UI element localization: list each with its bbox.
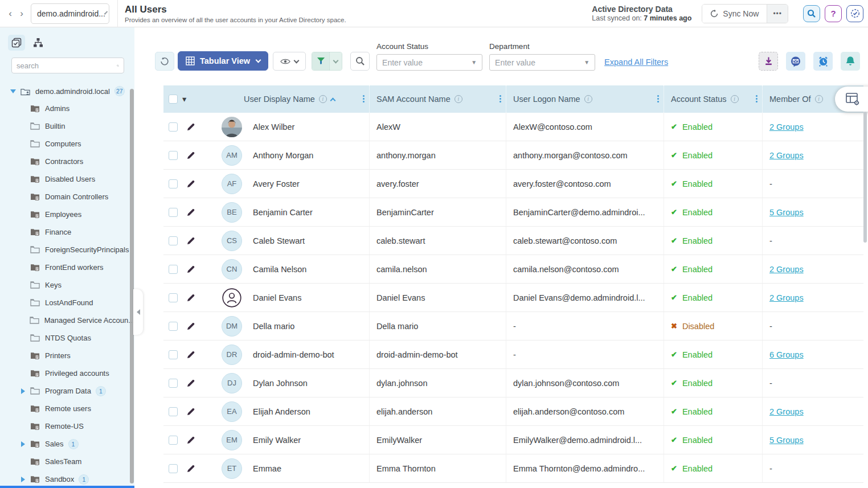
domain-selector[interactable]: demo.admindroid... [31, 3, 109, 24]
sidebar-tree-item[interactable]: NTDS Quotas [0, 329, 134, 347]
table-row[interactable]: DM Della mario Della mario - ✖ Disabled … [163, 312, 863, 341]
sidebar-tree-item[interactable]: Domain Controllers [0, 188, 134, 206]
table-row[interactable]: AF Avery Foster avery.foster avery.foste… [163, 170, 863, 198]
row-checkbox[interactable] [169, 350, 178, 359]
row-checkbox[interactable] [169, 407, 178, 416]
column-menu-icon[interactable] [756, 98, 758, 100]
table-row[interactable]: Daniel Evans Daniel Evans Daniel Evans@d… [163, 284, 863, 312]
column-header-status[interactable]: Account Status i [664, 85, 762, 113]
column-menu-icon[interactable] [363, 98, 365, 100]
column-menu-icon[interactable] [499, 98, 501, 100]
member-of-link[interactable]: 2 Groups [769, 407, 804, 416]
table-row[interactable]: DJ Dylan Johnson dylan.johnson dylan.joh… [163, 369, 863, 397]
sidebar-tree-item[interactable]: Employees [0, 206, 134, 223]
column-header-sam[interactable]: SAM Account Name i [369, 85, 506, 113]
sidebar-tree-item[interactable]: Printers [0, 347, 134, 364]
collapse-arrow-icon[interactable] [10, 89, 16, 93]
select-all-checkbox[interactable] [169, 95, 178, 104]
member-of-link[interactable]: 6 Groups [769, 350, 804, 359]
edit-icon[interactable] [186, 407, 195, 416]
column-settings-button[interactable] [835, 87, 868, 112]
sidebar-tree-item[interactable]: Contractors [0, 153, 134, 170]
table-row[interactable]: BE Benjamin Carter BenjaminCarter Benjam… [163, 198, 863, 227]
sidebar-tree-item[interactable]: Builtin [0, 117, 134, 135]
message-button[interactable] [786, 52, 805, 71]
schedule-button[interactable] [813, 52, 833, 71]
edit-icon[interactable] [186, 236, 195, 245]
sidebar-collapse-handle[interactable] [133, 289, 143, 335]
edit-icon[interactable] [186, 350, 195, 359]
hierarchy-view-button[interactable] [30, 35, 47, 51]
global-search-button[interactable] [803, 5, 820, 22]
sort-ascending-icon[interactable] [330, 97, 335, 103]
table-row[interactable]: CS Caleb Stewart caleb.stewart caleb.ste… [163, 227, 863, 255]
table-row[interactable]: Alex Wilber AlexW AlexW@contoso.com ✔ En… [163, 113, 863, 141]
sidebar-tree-item[interactable]: LostAndFound [0, 294, 134, 311]
help-button[interactable]: ? [825, 5, 842, 22]
row-checkbox[interactable] [169, 322, 178, 331]
row-checkbox[interactable] [169, 464, 178, 473]
sidebar-tree-item[interactable]: SalesTeam [0, 453, 134, 470]
sidebar-tree-item[interactable]: Disabled Users [0, 170, 134, 188]
sidebar-tree-item[interactable]: Privileged accounts [0, 364, 134, 382]
row-checkbox[interactable] [169, 208, 178, 217]
selection-menu-icon[interactable]: ▾ [182, 95, 186, 104]
view-mode-dropdown[interactable]: Tabular View [178, 51, 268, 71]
column-header-display-name[interactable]: User Display Name i [208, 85, 369, 113]
table-row[interactable]: DR droid-admin-demo-bot droid-admin-demo… [163, 341, 863, 369]
sidebar-tree-item[interactable]: Computers [0, 135, 134, 153]
member-of-link[interactable]: 2 Groups [769, 151, 804, 160]
more-options-button[interactable]: ••• [767, 5, 788, 23]
export-download-button[interactable] [759, 52, 778, 71]
sidebar-tree-item[interactable]: Remote users [0, 400, 134, 417]
edit-icon[interactable] [186, 379, 195, 388]
sidebar-tree-item[interactable]: ForeignSecurityPrincipals [0, 241, 134, 259]
sidebar-tree-item[interactable]: Keys [0, 276, 134, 294]
row-checkbox[interactable] [169, 122, 178, 132]
edit-icon[interactable] [186, 122, 195, 132]
table-row[interactable]: EA Elijah Anderson elijah.anderson elija… [163, 397, 863, 426]
row-checkbox[interactable] [169, 293, 178, 302]
back-icon[interactable]: ‹ [6, 8, 15, 19]
sidebar-tree-item[interactable]: Remote-US [0, 417, 134, 435]
edit-icon[interactable] [186, 293, 195, 302]
filter-dropdown-toggle[interactable] [329, 52, 342, 70]
table-row[interactable]: ET Emmae Emma Thornton Emma Thornton@dem… [163, 454, 863, 483]
task-status-button[interactable] [846, 5, 863, 22]
expand-all-filters-link[interactable]: Expand All Filters [604, 58, 668, 67]
sidebar-tree-item[interactable]: Finance [0, 223, 134, 241]
member-of-link[interactable]: 2 Groups [769, 265, 804, 274]
table-scrollbar[interactable] [863, 112, 867, 243]
sidebar-tree-item[interactable]: Sales 1 [0, 435, 134, 453]
column-visibility-dropdown[interactable] [273, 52, 306, 71]
expand-arrow-icon[interactable] [21, 477, 30, 482]
alerts-button[interactable] [841, 52, 860, 71]
edit-icon[interactable] [186, 208, 195, 217]
edit-icon[interactable] [186, 322, 195, 331]
edit-icon[interactable] [186, 436, 195, 445]
table-search-button[interactable] [350, 52, 370, 71]
member-of-link[interactable]: 5 Groups [769, 436, 804, 445]
edit-icon[interactable] [186, 265, 195, 274]
expand-arrow-icon[interactable] [21, 388, 30, 394]
column-menu-icon[interactable] [657, 98, 659, 100]
table-row[interactable]: CN Camila Nelson camila.nelson camila.ne… [163, 255, 863, 284]
sidebar-bottom-scroll-indicator[interactable] [0, 486, 134, 488]
multi-select-button[interactable] [8, 35, 25, 51]
tree-root-domain[interactable]: demo.admindroid.local 27 [0, 83, 134, 100]
sidebar-tree-item[interactable]: FrontEnd workers [0, 259, 134, 276]
expand-arrow-icon[interactable] [21, 441, 30, 447]
row-checkbox[interactable] [169, 151, 178, 160]
sync-now-button[interactable]: Sync Now [702, 5, 767, 23]
filter-split-button[interactable] [312, 52, 342, 71]
table-row[interactable]: EM Emily Walker EmilyWalker EmilyWalker@… [163, 426, 863, 454]
edit-icon[interactable] [186, 179, 195, 188]
member-of-link[interactable]: 2 Groups [769, 122, 804, 132]
edit-icon[interactable] [186, 151, 195, 160]
sidebar-tree-item[interactable]: Admins [0, 100, 134, 117]
member-of-link[interactable]: 5 Groups [769, 208, 804, 217]
sidebar-tree-item[interactable]: Managed Service Accoun... [0, 311, 134, 329]
member-of-link[interactable]: 2 Groups [769, 293, 804, 302]
row-checkbox[interactable] [169, 436, 178, 445]
sidebar-scrollbar[interactable] [130, 89, 134, 483]
